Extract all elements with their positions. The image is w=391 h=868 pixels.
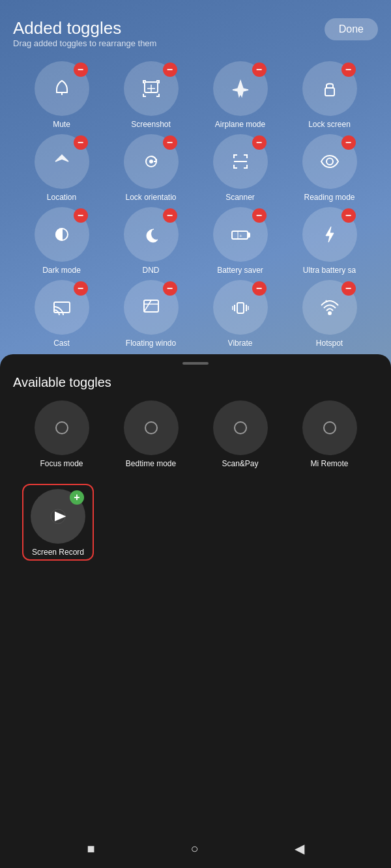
bell-icon [50, 77, 74, 100]
remove-badge-vibrate[interactable]: − [252, 281, 267, 296]
toggle-location[interactable]: − Location [18, 134, 105, 202]
nav-back-button[interactable]: ◀ [295, 841, 304, 856]
scanner-icon [229, 150, 252, 173]
svg-point-9 [326, 158, 333, 165]
remove-badge-mute[interactable]: − [74, 63, 88, 77]
toggle-screenshot[interactable]: − Screenshot [108, 61, 194, 129]
toggle-label-vibrate: Vibrate [228, 339, 253, 348]
toggle-lockscreen[interactable]: − Lock screen [286, 61, 373, 129]
done-button[interactable]: Done [325, 18, 378, 40]
avail-circle-scanpay [213, 400, 268, 455]
airplane-icon [229, 77, 252, 100]
bolt-icon [318, 223, 341, 246]
eye-icon [318, 150, 341, 173]
toggle-circle-ultrabattery: − [302, 207, 357, 262]
remove-badge-batterysaver[interactable]: − [252, 208, 267, 223]
available-section: Available toggles Focus mode Bedtim [0, 354, 391, 829]
remove-badge-cast[interactable]: − [74, 281, 88, 296]
avail-circle-focusmode [35, 400, 89, 455]
remove-badge-lockscreen[interactable]: − [341, 63, 356, 77]
avail-label-bedtimemode: Bedtime mode [126, 459, 176, 468]
floating-icon [139, 296, 163, 319]
available-toggle-grid: Focus mode Bedtime mode Scan&Pay [13, 400, 378, 468]
toggle-readingmode[interactable]: − Reading mode [286, 134, 373, 202]
screenshot-icon [139, 77, 163, 100]
toggle-circle-darkmode: − [35, 207, 89, 262]
avail-miremote[interactable]: Mi Remote [286, 400, 373, 468]
available-title: Available toggles [13, 375, 378, 390]
miremote-icon [318, 416, 341, 440]
svg-point-26 [56, 422, 68, 434]
screen-record-label: Screen Record [32, 548, 84, 557]
avail-focusmode[interactable]: Focus mode [18, 400, 105, 468]
toggle-vibrate[interactable]: − Vibrate [197, 280, 283, 348]
toggle-ultrabattery[interactable]: − Ultra battery sa [286, 207, 373, 275]
svg-rect-19 [237, 303, 244, 313]
toggle-circle-lockorientation: − [124, 134, 179, 189]
rotate-icon [139, 150, 163, 173]
added-toggle-grid: − Mute − Screenshot [13, 61, 378, 348]
toggle-lockorientation[interactable]: − Lock orientatio [108, 134, 194, 202]
toggle-hotspot[interactable]: − Hotspot [286, 280, 373, 348]
toggle-label-scanner: Scanner [225, 193, 255, 202]
focus-icon [50, 416, 74, 440]
remove-badge-lockorientation[interactable]: − [163, 135, 177, 150]
remove-badge-hotspot[interactable]: − [341, 281, 356, 296]
sheet-handle [182, 362, 209, 365]
toggle-label-mute: Mute [53, 120, 70, 129]
toggle-circle-location: − [35, 134, 89, 189]
toggle-circle-vibrate: − [213, 280, 268, 335]
screen-record-container: + Screen Record [13, 468, 378, 568]
toggle-circle-lockscreen: − [302, 61, 357, 116]
toggle-darkmode[interactable]: − Dark mode [18, 207, 105, 275]
toggle-batterysaver[interactable]: + − Battery saver [197, 207, 283, 275]
cast-icon [50, 296, 74, 319]
toggle-scanner[interactable]: − Scanner [197, 134, 283, 202]
avail-bedtimemode[interactable]: Bedtime mode [108, 400, 194, 468]
svg-point-28 [235, 422, 246, 434]
toggle-circle-batterysaver: + − [213, 207, 268, 262]
battery-icon: + [229, 223, 252, 246]
nav-square-button[interactable]: ■ [87, 841, 94, 856]
avail-scanpay[interactable]: Scan&Pay [197, 400, 283, 468]
toggle-circle-screenshot: − [124, 61, 179, 116]
svg-point-27 [145, 422, 157, 434]
scanpay-icon [229, 416, 252, 440]
added-section: Added toggles Drag added toggles to rear… [0, 0, 391, 354]
add-badge-screen-record[interactable]: + [70, 490, 84, 505]
toggle-cast[interactable]: − Cast [18, 280, 105, 348]
remove-badge-screenshot[interactable]: − [163, 63, 177, 77]
toggle-airplane[interactable]: − Airplane mode [197, 61, 283, 129]
remove-badge-scanner[interactable]: − [252, 135, 267, 150]
avail-label-focusmode: Focus mode [40, 459, 83, 468]
toggle-mute[interactable]: − Mute [18, 61, 105, 129]
darkmode-icon [50, 223, 74, 246]
toggle-label-readingmode: Reading mode [304, 193, 355, 202]
remove-badge-ultrabattery[interactable]: − [341, 208, 356, 223]
toggle-floating[interactable]: − Floating windo [108, 280, 194, 348]
toggle-circle-floating: − [124, 280, 179, 335]
remove-badge-darkmode[interactable]: − [74, 208, 88, 223]
toggle-label-floating: Floating windo [126, 339, 176, 348]
toggle-label-ultrabattery: Ultra battery sa [303, 266, 356, 275]
svg-point-7 [150, 160, 152, 163]
remove-badge-location[interactable]: − [74, 135, 88, 150]
svg-line-18 [144, 300, 151, 312]
avail-label-scanpay: Scan&Pay [222, 459, 258, 468]
remove-badge-readingmode[interactable]: − [341, 135, 356, 150]
screen-record-circle: + [31, 489, 85, 544]
toggle-label-lockscreen: Lock screen [308, 120, 351, 129]
remove-badge-floating[interactable]: − [163, 281, 177, 296]
screen-record-item[interactable]: + Screen Record [22, 484, 94, 561]
remove-badge-dnd[interactable]: − [163, 208, 177, 223]
toggle-label-darkmode: Dark mode [42, 266, 81, 275]
moon-icon [139, 223, 163, 246]
toggle-label-hotspot: Hotspot [316, 339, 343, 348]
toggle-label-dnd: DND [143, 266, 160, 275]
remove-badge-airplane[interactable]: − [252, 63, 267, 77]
bedtime-icon [139, 416, 163, 440]
nav-home-button[interactable]: ○ [191, 841, 199, 856]
main-content: Added toggles Drag added toggles to rear… [0, 0, 391, 868]
page-title: Added toggles Drag added toggles to rear… [13, 18, 156, 59]
toggle-dnd[interactable]: − DND [108, 207, 194, 275]
